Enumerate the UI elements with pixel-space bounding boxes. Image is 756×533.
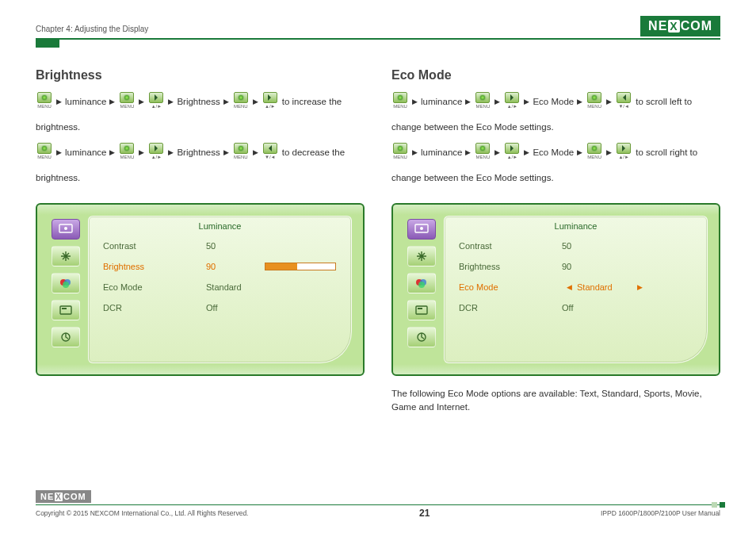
- step-label: Eco Mode: [533, 141, 574, 163]
- osd-screenshot-eco: Luminance Contrast50 Brightness90 Eco Mo…: [391, 203, 720, 376]
- down-button-icon: ▼/◄: [262, 143, 279, 162]
- footer-rule: [36, 504, 720, 505]
- svg-rect-5: [60, 306, 71, 314]
- step-label: Brightness: [177, 90, 220, 113]
- logo-x-icon: X: [668, 20, 679, 33]
- osd-row-label: Brightness: [103, 262, 206, 271]
- osd-row-label: Contrast: [459, 241, 562, 251]
- svg-rect-13: [416, 306, 427, 314]
- manual-name: IPPD 1600P/1800P/2100P User Manual: [601, 509, 720, 517]
- brand-logo: NE X COM: [640, 16, 720, 36]
- menu-button-icon: MENU: [232, 143, 250, 162]
- osd-tab-luminance-icon: [407, 219, 436, 240]
- step-text: change between the Eco Mode settings.: [391, 116, 554, 138]
- instruction-row: MENU ▶ luminance ▶ MENU ▶ ▲/► ▶ Eco Mode…: [391, 141, 720, 163]
- copyright-text: Copyright © 2015 NEXCOM International Co…: [36, 509, 248, 517]
- menu-button-icon: MENU: [586, 143, 603, 162]
- svg-point-12: [418, 282, 425, 288]
- instruction-row: MENU ▶ luminance ▶ MENU ▶ ▲/► ▶ Brightne…: [36, 141, 365, 163]
- step-label: Brightness: [177, 141, 220, 163]
- step-label: luminance: [65, 141, 106, 163]
- right-button-icon: ▲/►: [615, 143, 632, 162]
- osd-tab-extra-icon: [52, 327, 80, 347]
- osd-row-value: Standard: [577, 282, 632, 292]
- osd-row-label: DCR: [103, 303, 206, 313]
- menu-button-icon: MENU: [36, 92, 53, 111]
- nav-button-icon: ▲/►: [147, 92, 165, 111]
- osd-title: Luminance: [103, 221, 337, 231]
- osd-screenshot-brightness: Luminance Contrast50 Brightness90 Eco Mo…: [36, 203, 365, 376]
- eco-options-note: The following Eco Mode options are avail…: [391, 387, 720, 415]
- instruction-row: MENU ▶ luminance ▶ MENU ▶ ▲/► ▶ Eco Mode…: [391, 90, 720, 113]
- osd-row-value: 50: [562, 241, 617, 251]
- caret-right-icon: ▶: [632, 283, 647, 291]
- osd-tab-osd-icon: [52, 300, 80, 320]
- osd-tab-extra-icon: [407, 327, 436, 347]
- osd-row-label: Brightness: [459, 262, 562, 271]
- instruction-row: MENU ▶ luminance ▶ MENU ▶ ▲/► ▶ Brightne…: [36, 90, 365, 113]
- osd-tab-image-icon: [52, 246, 80, 266]
- step-text: to increase the: [282, 90, 342, 113]
- header-rule: [36, 38, 720, 40]
- step-text: brightness.: [36, 167, 80, 189]
- osd-row-value: 90: [206, 262, 262, 271]
- left-button-icon: ▼/◄: [615, 92, 632, 111]
- menu-button-icon: MENU: [586, 92, 603, 111]
- svg-point-9: [420, 227, 423, 230]
- caret-left-icon: ◀: [562, 283, 577, 291]
- menu-button-icon: MENU: [474, 92, 491, 111]
- step-text: to scroll left to: [636, 90, 692, 113]
- footer-logo: NEXCOM: [36, 490, 91, 503]
- arrow-sep-icon: ▶: [56, 90, 62, 113]
- osd-row-label: Eco Mode: [103, 282, 206, 292]
- osd-row-value: Standard: [206, 282, 262, 292]
- osd-row-value: 90: [562, 262, 617, 271]
- step-label: luminance: [65, 90, 106, 113]
- section-title-eco: Eco Mode: [391, 68, 720, 82]
- logo-part: NE: [648, 19, 667, 33]
- chapter-title: Chapter 4: Adjusting the Display: [36, 25, 148, 36]
- step-label: luminance: [421, 141, 462, 163]
- step-text: change between the Eco Mode settings.: [391, 167, 554, 189]
- osd-row-value: Off: [206, 303, 262, 313]
- osd-row-label: Eco Mode: [459, 282, 562, 292]
- osd-title: Luminance: [459, 221, 693, 231]
- nav-button-icon: ▲/►: [503, 92, 521, 111]
- osd-slider: [265, 263, 336, 270]
- menu-button-icon: MENU: [118, 143, 136, 162]
- menu-button-icon: MENU: [391, 92, 409, 111]
- step-text: to decrease the: [282, 141, 345, 163]
- header-tab: [36, 40, 59, 48]
- svg-rect-14: [418, 308, 422, 309]
- osd-row-value: 50: [206, 241, 262, 251]
- step-text: brightness.: [36, 116, 80, 138]
- nav-button-icon: ▲/►: [147, 143, 165, 162]
- step-label: luminance: [421, 90, 462, 113]
- osd-row-label: Contrast: [103, 241, 206, 251]
- menu-button-icon: MENU: [118, 92, 136, 111]
- menu-button-icon: MENU: [391, 143, 409, 162]
- svg-point-1: [64, 227, 67, 230]
- menu-button-icon: MENU: [36, 143, 53, 162]
- osd-row-label: DCR: [459, 303, 562, 313]
- menu-button-icon: MENU: [474, 143, 491, 162]
- up-button-icon: ▲/►: [262, 92, 279, 111]
- menu-button-icon: MENU: [232, 92, 250, 111]
- svg-point-4: [63, 282, 69, 288]
- logo-part: COM: [681, 19, 712, 33]
- osd-row-value: Off: [562, 303, 617, 313]
- svg-rect-6: [62, 308, 67, 309]
- step-text: to scroll right to: [636, 141, 697, 163]
- page-number: 21: [419, 508, 430, 519]
- osd-tab-image-icon: [407, 246, 436, 266]
- osd-tab-osd-icon: [407, 300, 436, 320]
- osd-tab-color-icon: [407, 273, 436, 293]
- section-title-brightness: Brightness: [36, 68, 365, 82]
- nav-button-icon: ▲/►: [503, 143, 521, 162]
- osd-tab-luminance-icon: [52, 219, 80, 240]
- osd-tab-color-icon: [52, 273, 80, 293]
- step-label: Eco Mode: [533, 90, 574, 113]
